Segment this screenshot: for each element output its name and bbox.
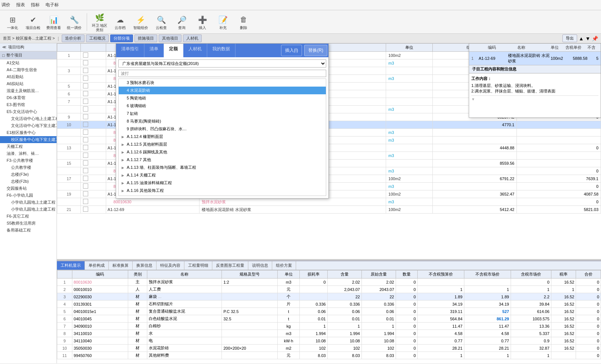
right-code-row[interactable]: 1 A1-12-69 楼地面水泥花阶砖 水泥砂浆 100m2 5888.58 5 [469,52,601,65]
toolbar-btn-supplement[interactable]: 📝补充 [213,13,233,31]
quota-item-7缸砖[interactable]: 7 缸砖 [119,110,326,117]
row-check-5[interactable] [81,83,106,90]
toolbar-btn-query[interactable]: 🔎查询 [172,13,191,31]
row-check-10[interactable] [81,121,106,129]
toolbar-btn-delete[interactable]: 🗑删除 [234,13,253,31]
row-check-7[interactable] [81,98,106,106]
toolbar-btn-project_check[interactable]: ✔项目自检 [24,13,43,31]
sidebar-item-F3-公共教学楼[interactable]: F3-公共教学楼 [0,157,57,164]
sidebar-item-文化活动中心地上[interactable]: 文化活动中心地上土建工程 [0,115,57,122]
row-check-14[interactable] [81,152,106,160]
bottom-row-5[interactable]: 5 04010015e1 材 复合普通硅酸盐水泥 P.C 32.5 t 0.06… [57,308,601,315]
quota-item-A.1.12.5其他材[interactable]: ▶A.1.12.5 其他材料面层 [119,141,326,148]
nav-tab-其他项目[interactable]: 其他项目 [159,34,181,42]
nav-pin[interactable]: 📌 [592,36,598,41]
export-btn[interactable]: 导出 [562,34,577,42]
row-check-3[interactable] [81,67,106,75]
insert-btn[interactable]: 插入(I) [281,45,302,56]
sidebar-item-A6拟站站[interactable]: A6拟站站 [0,80,57,87]
toolbar-btn-smart_group[interactable]: ⚡智能组价 [131,13,150,31]
sidebar-item-F6-其它工程[interactable]: F6-其它工程 [0,213,57,220]
row-check-9[interactable] [81,113,106,121]
sidebar-item-E1校区服务中心[interactable]: E1校区服务中心 [0,129,57,136]
sidebar-item-志楼(F2b)[interactable]: 志楼(F2b) [0,178,57,185]
quota-tab-我的数据[interactable]: 我的数据 [207,44,235,57]
menu-report[interactable]: 报表 [16,2,25,8]
nav-tab-造价分析[interactable]: 造价分析 [62,34,84,42]
quota-item-5陶瓷地砖[interactable]: 5 陶瓷地砖 [119,94,326,102]
sidebar-item-油漆、涂料、裱…[interactable]: 油漆、涂料、裱… [0,150,57,157]
sidebar-item-校区服务中心地下[interactable]: 校区服务中心地下室土建工程 [0,136,57,143]
sidebar-root[interactable]: □ 整个项目 [0,51,57,59]
nav-tab-分部分项[interactable]: 分部分项 [110,34,133,42]
quota-item-A.1.13墙、柱面装[interactable]: ▶A.1.13 墙、柱面装饰与隔断、幕墙工程 [119,164,326,171]
main-table-row-20[interactable]: 80010630 预拌水泥砂浆 m3 0 [57,198,601,206]
toolbar-btn-insert[interactable]: ➕插入 [193,13,212,31]
row-check-11[interactable] [81,129,106,136]
sidebar-item-志楼(F3e)[interactable]: 志楼(F3e) [0,171,57,178]
row-check-20[interactable] [81,198,106,206]
bottom-tab-说明信息[interactable]: 说明信息 [248,261,272,270]
bottom-tab-反查图形工程量[interactable]: 反查图形工程量 [212,261,248,270]
collapse-icon[interactable]: ≪ [2,45,7,50]
bottom-row-8[interactable]: 8 34110010 材 水 m3 1.994 1.994 1.994 0 4.… [57,330,601,337]
quota-item-A.1.14天棚工程[interactable]: ▶A.1.14 天棚工程 [119,171,326,179]
nav-tab-人材机[interactable]: 人材机 [183,34,202,42]
bottom-tab-工料机显示[interactable]: 工料机显示 [57,261,85,270]
row-check-18[interactable] [81,183,106,190]
quota-tab-定额[interactable]: 定额 [164,44,183,57]
toolbar-btn-cloud_check[interactable]: 🔍云检查 [152,13,171,31]
quota-item-8马赛克(陶瓷锦砖)[interactable]: 8 马赛克(陶瓷锦砖) [119,117,326,125]
row-check-1[interactable] [81,52,106,59]
sidebar-item-公共教学楼[interactable]: 公共教学楼 [0,164,57,171]
quota-item-A.1.16其他装饰工[interactable]: ▶A.1.16 其他装饰工程 [119,187,326,194]
bottom-tab-组价方案[interactable]: 组价方案 [272,261,296,270]
code-link-20[interactable]: 80010630 [114,200,132,204]
sidebar-item-S5教师生活用房[interactable]: S5教师生活用房 [0,220,57,227]
toolbar-btn-env_labor[interactable]: 🌿环卫 地区类别 [90,11,109,33]
quota-item-A.1.12.7其他[interactable]: ▶A.1.12.7 其他 [119,156,326,164]
toolbar-btn-cloud_archive[interactable]: ☁云存档 [111,13,130,31]
menu-adjust[interactable]: 调价 [1,2,10,8]
bottom-row-1[interactable]: 1 80010630 主 预拌水泥砂浆 1:2 m3 0 2.02 2.02 0… [57,279,601,286]
quota-tab-人材机[interactable]: 人材机 [183,44,207,57]
row-check-16[interactable] [81,167,106,175]
bottom-tab-单价构成[interactable]: 单价构成 [85,261,109,270]
toolbar-btn-unify_adjust[interactable]: 🔧统一调价 [65,13,84,31]
quota-item-A.1.12.4橡塑料[interactable]: ▶A.1.12.4 橡塑料面层 [119,133,326,141]
nav-arrow-up[interactable]: ▲ [579,36,584,41]
menu-ebid[interactable]: 电子标 [46,2,59,8]
bottom-row-10[interactable]: 10 35050030 材 水泥花阶砖 200×200×20 m2 102 10… [57,345,601,352]
bottom-tab-工程量明细[interactable]: 工程量明细 [184,261,212,270]
sidebar-item-A5后勤站[interactable]: A5后勤站 [0,73,57,80]
sidebar-item-A4-二期学生宿[interactable]: A4-二期学生宿舍 [0,66,57,73]
bottom-tab-标准换算[interactable]: 标准换算 [109,261,133,270]
toolbar-btn-fee_check[interactable]: 📊费用查看 [44,13,63,31]
sidebar-item-F6-小学幼儿园[interactable]: F6-小学幼儿园 [0,192,57,199]
bottom-row-2[interactable]: 2 00010010 人 人工费 元 2,043.07 2043.07 0 1 … [57,286,601,293]
row-check-19[interactable] [81,190,106,198]
sidebar-item-天棚工程[interactable]: 天棚工程 [0,143,57,150]
row-check-13[interactable] [81,144,106,152]
toolbar-btn-normalize[interactable]: ⊞一体化 [3,13,22,31]
quota-item-9拼碎块料、凹凸假麻石[interactable]: 9 拼碎块料、凹凸假麻石块、水… [119,125,326,133]
bottom-row-7[interactable]: 7 34090010 材 白棉纱 kg 1 1 1 0 11.47 11.47 … [57,323,601,330]
nav-tab-措施项目[interactable]: 措施项目 [134,34,157,42]
sidebar-item-E3-图书馆[interactable]: E3-图书馆 [0,101,57,108]
nav-tab-工程概况[interactable]: 工程概况 [86,34,109,42]
row-check-6[interactable] [81,90,106,98]
sidebar-item-备用基础工程[interactable]: 备用基础工程 [0,227,57,234]
quota-tab-清单[interactable]: 清单 [144,44,164,57]
row-check-2[interactable] [81,59,106,67]
row-check-4[interactable] [81,75,106,83]
row-check-8[interactable] [81,106,106,113]
quota-tab-清单指引[interactable]: 清单指引 [116,44,144,57]
sidebar-item-A1交站[interactable]: A1交站 [0,59,57,66]
quota-item-A.1.15油漆涂料裱[interactable]: ▶A.1.15 油漆涂料裱糊工程 [119,179,326,187]
bottom-row-6[interactable]: 6 04010045 材 白色硅酸盐水泥 32.5 t 0.01 0.01 0.… [57,315,601,323]
menu-indicator[interactable]: 指标 [31,2,40,8]
bottom-row-11[interactable]: 11 99450760 材 其他材料费 元 8.03 8.03 8.03 0 1… [57,352,601,359]
sidebar-item-小学幼儿园地上土[interactable]: 小学幼儿园地上土建工程（… [0,199,57,206]
bottom-row-3[interactable]: 3 02290030 材 麻袋 ... 个 22 22 0 1.89 1.89 … [57,293,601,301]
bottom-row-9[interactable]: 9 34110040 材 电 kW·h 10.08 10.08 10.08 0 … [57,337,601,345]
